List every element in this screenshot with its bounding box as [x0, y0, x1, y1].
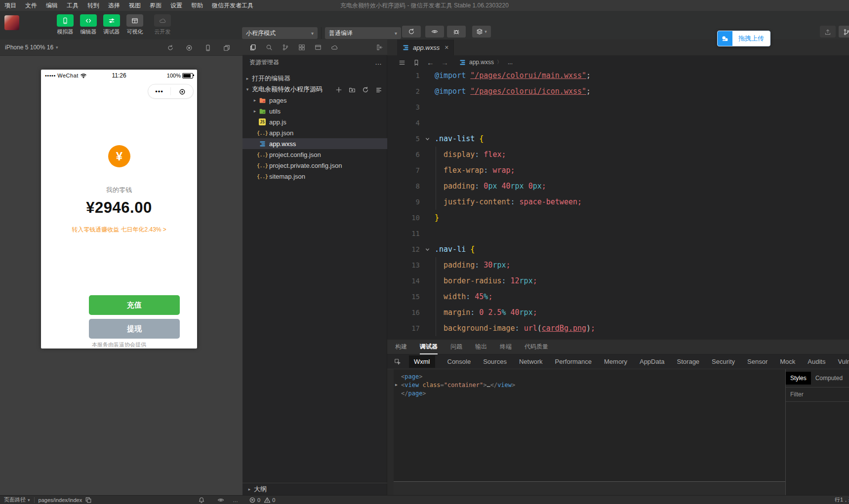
编辑器-button[interactable]: 编辑器 — [77, 14, 100, 36]
device-frame-icon[interactable] — [204, 43, 211, 52]
code-line[interactable]: 13 padding: 30rpx; — [387, 257, 849, 273]
preview-eye-icon[interactable] — [217, 496, 224, 503]
code-line[interactable]: 7 flex-wrap: wrap; — [387, 162, 849, 178]
code-line[interactable]: 9 justify-content: space-between; — [387, 194, 849, 210]
recharge-button[interactable]: 充值 — [89, 295, 180, 315]
collapse-sidebar-icon[interactable] — [376, 43, 383, 52]
window-icon[interactable] — [315, 43, 322, 52]
styles-filter[interactable]: Filter — [786, 388, 849, 402]
code-line[interactable]: 14 border-radius: 12rpx; — [387, 273, 849, 289]
more-actions-icon[interactable]: … — [375, 58, 382, 66]
refresh-explorer-icon[interactable] — [362, 85, 369, 93]
debug-tab-输出[interactable]: 输出 — [475, 340, 487, 354]
menu-item[interactable]: 编辑 — [41, 0, 62, 11]
devtools-tab-Sensor[interactable]: Sensor — [747, 358, 768, 365]
new-file-icon[interactable] — [335, 85, 342, 93]
code-line[interactable]: 17 background-image: url(cardBg.png); — [387, 320, 849, 336]
devtools-tab-Performance[interactable]: Performance — [555, 358, 592, 365]
compile-mode-select[interactable]: 普通编译 ▾ — [325, 27, 401, 39]
menu-item[interactable]: 帮助 — [187, 0, 207, 11]
menu-item[interactable]: 工具 — [62, 0, 83, 11]
menu-item[interactable]: 选择 — [104, 0, 124, 11]
file-app.wxss[interactable]: app.wxss — [243, 138, 387, 149]
breadcrumb-file[interactable]: app.wxss — [469, 59, 494, 66]
money-fund-link[interactable]: 转入零钱通赚收益 七日年化2.43% > — [41, 226, 197, 234]
close-icon[interactable]: × — [445, 43, 448, 51]
record-icon[interactable] — [186, 43, 193, 52]
scheme-select[interactable]: 小程序模式 ▾ — [242, 27, 318, 39]
outline-section[interactable]: ▸ 大纲 — [243, 483, 387, 495]
code-line[interactable]: 10 } — [387, 210, 849, 226]
devtools-tab-Audits[interactable]: Audits — [808, 358, 825, 365]
云开发-button[interactable]: 云开发 — [151, 14, 174, 36]
source-control-icon[interactable] — [282, 43, 289, 52]
new-folder-icon[interactable] — [349, 85, 356, 93]
scrollbar-track[interactable] — [394, 482, 785, 495]
file-utils[interactable]: ▸ utils — [243, 106, 387, 116]
menu-item[interactable]: 项目 — [0, 0, 21, 11]
debug-tab-问题[interactable]: 问题 — [450, 340, 462, 354]
menu-item[interactable]: 微信开发者工具 — [207, 0, 258, 11]
capsule-menu-button[interactable]: ••• — [148, 88, 170, 95]
version-control-button[interactable] — [839, 26, 849, 38]
模拟器-button[interactable]: 模拟器 — [53, 14, 77, 36]
code-line[interactable]: 8 padding: 0px 40rpx 0px; — [387, 178, 849, 194]
cloud-icon[interactable] — [331, 43, 338, 52]
back-icon[interactable]: ← — [423, 58, 438, 67]
file-sitemap.json[interactable]: {..} sitemap.json — [243, 171, 387, 182]
device-selector[interactable]: iPhone 5 100% 16 — [5, 44, 53, 51]
section-project-root[interactable]: ▾充电余额特效小程序源码 — [243, 84, 387, 95]
forward-icon[interactable]: → — [438, 58, 452, 67]
menu-item[interactable]: 界面 — [145, 0, 166, 11]
menu-item[interactable]: 设置 — [166, 0, 187, 11]
file-app.json[interactable]: {..} app.json — [243, 127, 387, 138]
files-icon[interactable] — [249, 43, 256, 52]
tab-app-wxss[interactable]: app.wxss × — [397, 39, 454, 55]
outline-list-icon[interactable] — [395, 58, 409, 67]
search-icon[interactable] — [266, 43, 273, 52]
popout-window-icon[interactable] — [223, 43, 230, 52]
调试器-button[interactable]: 调试器 — [100, 14, 123, 36]
devtools-tab-Storage[interactable]: Storage — [677, 358, 700, 365]
capsule-home-button[interactable] — [171, 87, 193, 96]
code-line[interactable]: 3 — [387, 99, 849, 115]
menu-item[interactable]: 转到 — [83, 0, 104, 11]
file-app.js[interactable]: JS app.js — [243, 116, 387, 127]
rotate-device-icon[interactable] — [167, 43, 174, 52]
devtools-tab-Security[interactable]: Security — [712, 358, 735, 365]
wxml-node[interactable]: </page> — [394, 389, 785, 397]
debug-tab-调试器[interactable]: 调试器 — [420, 340, 438, 354]
bookmark-icon[interactable] — [409, 58, 423, 67]
code-line[interactable]: 2 @import "/pages/colorui/icon.wxss"; — [387, 83, 849, 99]
menu-item[interactable]: 文件 — [21, 0, 41, 11]
code-line[interactable]: 16 margin: 0 2.5% 40rpx; — [387, 305, 849, 320]
section-open-editors[interactable]: ▸打开的编辑器 — [243, 73, 387, 84]
code-line[interactable]: 12 .nav-li { — [387, 241, 849, 257]
wxml-node[interactable]: <page> — [394, 372, 785, 381]
page-path-selector[interactable]: 页面路径 ▾ — [4, 496, 30, 504]
devtools-tab-Console[interactable]: Console — [447, 358, 471, 365]
copy-icon[interactable] — [85, 496, 92, 503]
problems-indicator[interactable]: 0 0 — [249, 496, 275, 503]
more-actions-icon[interactable]: … — [233, 497, 239, 503]
breadcrumb-more[interactable]: ... — [508, 59, 513, 66]
menu-item[interactable]: 视图 — [124, 0, 145, 11]
code-editor[interactable]: 1 @import "/pages/colorui/main.wxss"; 2 … — [387, 68, 849, 336]
notifications-icon[interactable] — [198, 496, 205, 503]
code-line[interactable]: 6 display: flex; — [387, 147, 849, 162]
devtools-tab-Vulnerability[interactable]: Vulnerability — [838, 358, 849, 365]
wxml-tree[interactable]: <page>▶<view class="container">…</view><… — [394, 369, 785, 484]
code-line[interactable]: 4 — [387, 115, 849, 131]
debug-tab-代码质量[interactable]: 代码质量 — [525, 340, 548, 354]
extensions-icon[interactable] — [298, 43, 305, 52]
styles-tab-Computed[interactable]: Computed — [811, 372, 847, 385]
styles-tab-Styles[interactable]: Styles — [786, 372, 811, 385]
可视化-button[interactable]: 可视化 — [123, 14, 147, 36]
wxml-node[interactable]: ▶<view class="container">…</view> — [394, 381, 785, 389]
drag-upload-overlay[interactable]: 拖拽上传 — [717, 31, 770, 46]
withdraw-button[interactable]: 提现 — [89, 319, 180, 339]
file-project.private.config.json[interactable]: {..} project.private.config.json — [243, 160, 387, 171]
debug-tab-终端[interactable]: 终端 — [500, 340, 512, 354]
fold-chevron-icon[interactable] — [420, 245, 435, 254]
file-project.config.json[interactable]: {..} project.config.json — [243, 149, 387, 160]
